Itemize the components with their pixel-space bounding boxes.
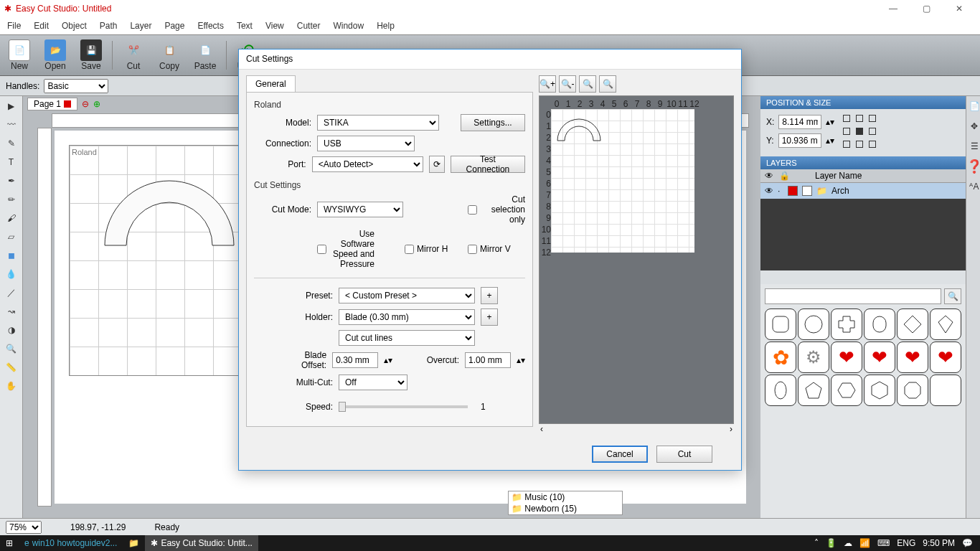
task-easycut[interactable]: ✱ Easy Cut Studio: Untit... [145,535,258,551]
cancel-button[interactable]: Cancel [592,446,648,463]
zoom-in-button[interactable]: 🔍+ [539,75,556,93]
shape-kite[interactable] [930,309,961,340]
menu-window[interactable]: Window [333,21,364,31]
tool-eraser[interactable]: ▱ [4,230,19,244]
shape-heart4[interactable]: ❤ [930,342,961,373]
rtool-page[interactable]: 📄 [966,99,980,113]
rtool-layers[interactable]: ☰ [966,139,980,154]
menu-object[interactable]: Object [62,21,87,31]
tb-open[interactable]: 📂Open [40,39,70,71]
tool-pen[interactable]: ✒ [4,174,19,188]
test-connection-button[interactable]: Test Connection [451,156,525,173]
tree-item-newborn[interactable]: 📁 Newborn (15) [509,503,622,514]
spinner-icon[interactable]: ▴▾ [517,355,525,365]
blade-offset-input[interactable] [332,352,378,368]
shapes-search-button[interactable]: 🔍 [944,288,961,304]
page-tab-1[interactable]: Page 1 [27,98,77,110]
cutmode-select[interactable]: WYSIWYG [317,202,403,217]
zoom-out-button[interactable]: 🔍- [559,75,576,93]
shape-capsule[interactable] [864,309,895,340]
page-delete-icon[interactable]: ⊖ [82,99,89,109]
shape-cross[interactable] [831,309,862,340]
preset-select[interactable]: < Custom Preset > [339,288,475,303]
shapes-search-input[interactable] [765,288,941,304]
spinner-icon[interactable]: ▴▾ [384,355,392,365]
tool-measure[interactable]: 📏 [4,360,19,375]
overcut-input[interactable] [465,352,511,368]
shape-hex2[interactable] [864,375,895,406]
tool-eyedrop[interactable]: 💧 [4,267,19,281]
menu-text[interactable]: Text [237,21,253,31]
shape-hexagon[interactable] [831,375,862,406]
tool-curve[interactable]: ↝ [4,304,19,319]
tool-brush[interactable]: 🖌 [4,211,19,225]
tool-shape[interactable]: ◼ [4,248,19,263]
shape-gear[interactable]: ⚙ [798,342,829,373]
tab-general[interactable]: General [246,75,296,92]
shape-pentagon[interactable] [798,375,829,406]
tray-keyboard-icon[interactable]: ⌨ [877,538,890,548]
anchor-grid[interactable] [843,115,879,151]
tb-paste[interactable]: 📄Paste [190,39,220,71]
shape-blank[interactable] [930,375,961,406]
tree-item-music[interactable]: 📁 Music (10) [509,491,622,503]
menu-path[interactable]: Path [100,21,118,31]
eye-icon[interactable]: 👁 [765,186,773,196]
mirror-v-checkbox[interactable]: Mirror V [468,244,525,254]
model-select[interactable]: STIKA [317,115,439,131]
preview-scrollbar[interactable]: ‹› [539,424,734,435]
multicut-select[interactable]: Off [339,375,407,390]
menu-file[interactable]: File [7,21,21,31]
rtool-help[interactable]: ❓ [966,159,980,174]
shape-heart3[interactable]: ❤ [897,342,928,373]
tb-save[interactable]: 💾Save [76,39,106,71]
tool-knife[interactable]: ／ [4,286,19,300]
cut-preview[interactable]: 0123456789101112 0123456789101112 [539,95,734,424]
tray-chevron-icon[interactable]: ˄ [814,538,819,548]
tray-battery-icon[interactable]: 🔋 [826,538,837,548]
zoom-fit-button[interactable]: 🔍 [579,75,596,93]
shape-ellipse[interactable] [765,375,796,406]
tool-select[interactable]: ▶ [4,99,19,113]
tb-new[interactable]: 📄New [4,39,34,71]
rtool-text[interactable]: ᴬA [966,179,980,194]
tool-pencil[interactable]: ✏ [4,192,19,207]
menu-layer[interactable]: Layer [130,21,151,31]
holder-select[interactable]: Blade (0.30 mm) [339,309,475,325]
close-button[interactable]: ✕ [943,0,976,17]
menu-page[interactable]: Page [164,21,184,31]
maximize-button[interactable]: ▢ [910,0,943,17]
shape-circle[interactable] [798,309,829,340]
cut-selection-checkbox[interactable]: Cut selection only [468,194,525,225]
arch-shape[interactable] [98,159,241,303]
shape-flower[interactable]: ✿ [765,342,796,373]
tb-copy[interactable]: 📋Copy [154,39,184,71]
spinner-icon[interactable]: ▴▾ [826,117,834,127]
rtool-move[interactable]: ✥ [966,119,980,133]
layer-row-arch[interactable]: 👁 · 📁 Arch [760,183,966,199]
zoom-all-button[interactable]: 🔍 [599,75,616,93]
tray-wifi-icon[interactable]: 📶 [859,538,870,548]
port-select[interactable]: <Auto Detect> [312,156,423,172]
tool-hand[interactable]: ✋ [4,379,19,393]
tool-node[interactable]: ✎ [4,136,19,151]
cutlines-select[interactable]: Cut cut lines [339,330,475,346]
handles-select[interactable]: Basic [44,79,108,93]
menu-help[interactable]: Help [377,21,395,31]
tool-zoom[interactable]: 🔍 [4,342,19,356]
pos-x-input[interactable] [778,115,821,129]
minimize-button[interactable]: — [877,0,910,17]
tray-lang[interactable]: ENG [897,538,915,548]
tray-time[interactable]: 9:50 PM [923,538,955,548]
spinner-icon[interactable]: ▴▾ [826,136,834,146]
tray-notifications-icon[interactable]: 💬 [962,538,973,548]
task-edge[interactable]: e win10 howtoguidev2... [19,535,123,551]
menu-effects[interactable]: Effects [197,21,223,31]
cut-button[interactable]: Cut [656,446,712,463]
shape-heart2[interactable]: ❤ [864,342,895,373]
zoom-select[interactable]: 75% [6,521,42,534]
tool-lasso[interactable]: 〰 [4,118,19,132]
shape-rounded[interactable] [765,309,796,340]
shape-diamond[interactable] [897,309,928,340]
menu-edit[interactable]: Edit [34,21,49,31]
